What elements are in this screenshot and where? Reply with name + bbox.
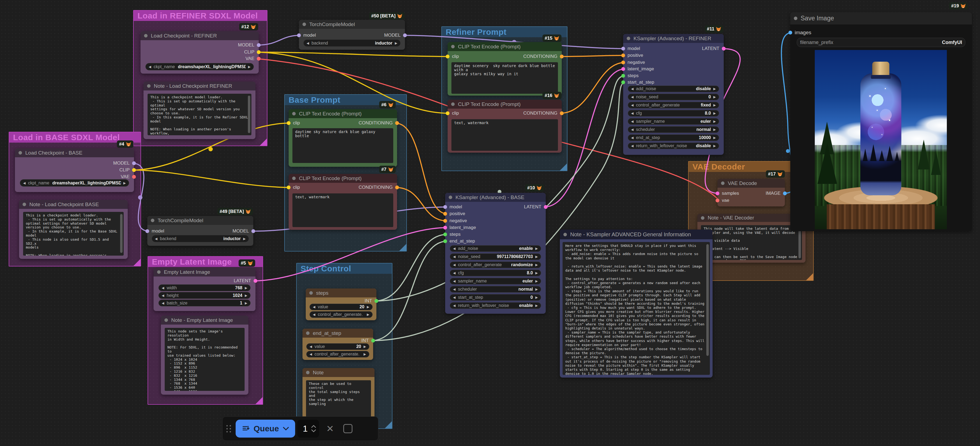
increment-arrow-icon[interactable]: ▶ [713,136,716,139]
increment-arrow-icon[interactable]: ▶ [367,305,369,309]
int-slot-icon[interactable] [371,339,375,343]
add-noise-widget[interactable]: ◀add_noisedisable▶ [628,86,719,92]
batch-count-input[interactable]: 1 [298,420,319,438]
width-widget[interactable]: ◀width768▶ [158,284,251,291]
noise-seed-widget[interactable]: ◀noise_seed997117806827703▶ [450,254,541,260]
collapse-dot-icon[interactable] [449,195,452,199]
decrement-arrow-icon[interactable]: ◀ [313,305,315,309]
clip-slot-icon[interactable] [257,50,261,54]
collapse-dot-icon[interactable] [794,17,797,20]
increment-arrow-icon[interactable]: ▶ [535,255,538,258]
collapse-dot-icon[interactable] [309,291,313,295]
group-resize-handle[interactable] [385,421,392,429]
decrement-arrow-icon[interactable]: ◀ [162,286,164,290]
output-latent[interactable]: LATENT [524,205,547,209]
decrement-stepper-icon[interactable] [311,429,317,432]
backend-widget[interactable]: ◀ backend inductor ▶ [303,40,401,47]
sampler-name-widget[interactable]: ◀sampler_nameeuler▶ [450,278,541,284]
output-image[interactable]: IMAGE [765,191,787,195]
node-torchcompile-refiner[interactable]: TorchCompileModel model MODEL ◀ backend … [299,20,405,50]
output-conditioning[interactable]: CONDITIONING [523,111,564,116]
decrement-arrow-icon[interactable]: ◀ [453,247,455,250]
clip-slot-icon[interactable] [132,168,136,172]
control-after-generate-widget[interactable]: ◀control_after_generatefixed▶ [628,102,719,108]
latent-slot-icon[interactable] [722,47,725,51]
output-model[interactable]: MODEL [113,161,136,165]
model-slot-icon[interactable] [297,33,301,37]
decrement-arrow-icon[interactable]: ◀ [631,136,633,139]
note-textarea[interactable]: Here are the settings that SHOULD stay i… [563,242,710,375]
vae-slot-icon[interactable] [716,198,719,202]
image-slot-icon[interactable] [783,192,787,195]
node-empty-latent-image[interactable]: Empty Latent Image LATENT ◀width768▶ ◀he… [154,268,256,311]
increment-arrow-icon[interactable]: ▶ [248,65,251,68]
collapse-dot-icon[interactable] [144,34,148,38]
output-vae[interactable]: VAE [121,175,136,179]
increment-arrow-icon[interactable]: ▶ [713,120,716,123]
input-clip[interactable]: clip [287,121,300,125]
scrollbar[interactable] [799,227,801,258]
collapse-dot-icon[interactable] [451,45,455,48]
input-latent-image[interactable]: latent_image [443,225,476,230]
prompt-textarea[interactable]: daytime scenery sky nature dark blue bot… [452,62,558,94]
output-conditioning[interactable]: CONDITIONING [358,121,399,125]
group-resize-handle[interactable] [134,259,140,266]
decrement-arrow-icon[interactable]: ◀ [155,237,158,240]
model-slot-icon[interactable] [403,33,407,37]
input-samples[interactable]: samples [716,191,739,195]
node-load-checkpoint-refiner[interactable]: Load Checkpoint - REFINER MODEL CLIP VAE… [140,31,259,74]
scrollbar[interactable] [120,214,123,253]
decrement-arrow-icon[interactable]: ◀ [310,345,312,348]
decrement-arrow-icon[interactable]: ◀ [453,255,455,258]
decrement-arrow-icon[interactable]: ◀ [162,302,164,305]
collapse-dot-icon[interactable] [721,181,724,185]
node-clip-encode-base-positive[interactable]: CLIP Text Encode (Prompt) clip CONDITION… [289,109,397,167]
value-widget[interactable]: ◀value20▶ [310,304,372,310]
decrement-arrow-icon[interactable]: ◀ [453,279,455,283]
collapse-dot-icon[interactable] [151,219,154,222]
node-note-load-checkpoint-refiner[interactable]: Note - Load Checkpoint REFINER This is a… [143,81,256,139]
increment-arrow-icon[interactable]: ▶ [535,263,538,267]
sampler-name-widget[interactable]: ◀sampler_nameeuler▶ [628,118,719,125]
conditioning-slot-icon[interactable] [621,54,625,57]
vae-slot-icon[interactable] [257,57,261,60]
node-vae-decode[interactable]: VAE Decode samples vae IMAGE [718,179,785,206]
node-end-at-step-primitive[interactable]: end_at_step INT ◀value20▶ ◀control_after… [302,329,373,360]
image-slot-icon[interactable] [788,31,792,35]
latent-slot-icon[interactable] [716,192,719,195]
output-vae[interactable]: VAE [245,57,261,61]
input-images[interactable]: images [788,30,811,35]
group-resize-handle[interactable] [806,273,813,280]
filename-prefix-widget[interactable]: filename_prefix ComfyUI [797,38,965,47]
increment-arrow-icon[interactable]: ▶ [713,112,716,115]
output-conditioning[interactable]: CONDITIONING [523,54,564,59]
input-latent-image[interactable]: latent_image [621,67,654,71]
input-steps[interactable]: steps [621,74,639,78]
output-int[interactable]: INT [365,299,378,303]
collapse-dot-icon[interactable] [147,84,151,88]
node-torchcompile-base[interactable]: TorchCompileModel model MODEL ◀ backend … [147,216,253,246]
collapse-dot-icon[interactable] [19,151,22,154]
input-clip[interactable]: clip [446,111,459,116]
input-model[interactable]: model [145,229,164,233]
model-slot-icon[interactable] [257,43,261,47]
scrollbar[interactable] [706,244,709,356]
node-graph-canvas[interactable]: Load in REFINER SDXL Model Load in BASE … [0,0,980,446]
batch-size-widget[interactable]: ◀batch_size1▶ [158,300,251,306]
increment-arrow-icon[interactable]: ▶ [367,313,369,316]
increment-arrow-icon[interactable]: ▶ [535,296,538,299]
cfg-widget[interactable]: ◀cfg8.0▶ [450,270,541,276]
int-slot-icon[interactable] [443,239,447,243]
add-noise-widget[interactable]: ◀add_noiseenable▶ [450,245,541,252]
conditioning-slot-icon[interactable] [395,121,399,125]
scheduler-widget[interactable]: ◀schedulernormal▶ [450,286,541,292]
increment-arrow-icon[interactable]: ▶ [364,345,366,348]
group-resize-handle[interactable] [256,397,262,404]
int-slot-icon[interactable] [374,299,378,303]
increment-arrow-icon[interactable]: ▶ [713,128,716,131]
node-note-ksampler-info[interactable]: Note - KSampler ADVANCED General Informa… [560,230,713,378]
start-at-step-widget[interactable]: ◀start_at_step0▶ [450,294,541,301]
chevron-down-icon[interactable] [283,427,289,431]
scheduler-widget[interactable]: ◀schedulernormal▶ [628,126,719,133]
increment-arrow-icon[interactable]: ▶ [243,237,246,240]
